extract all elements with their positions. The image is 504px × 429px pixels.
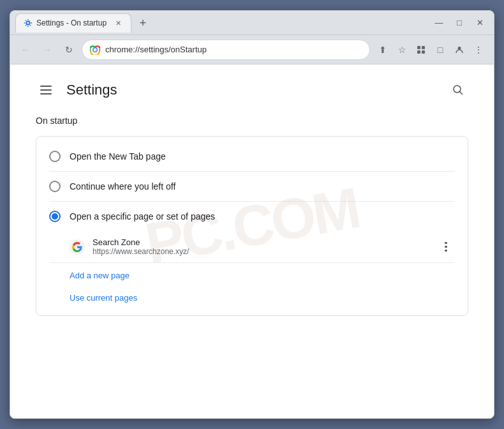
google-g-icon	[72, 242, 82, 252]
share-button[interactable]: ⬆	[374, 41, 392, 59]
page-content: Settings On startup PC.COM	[10, 64, 494, 418]
tab-label: Settings - On startup	[36, 19, 107, 27]
maximize-button[interactable]: □	[450, 14, 468, 32]
search-icon	[452, 84, 464, 96]
tab-close-button[interactable]: ✕	[113, 18, 123, 28]
menu-button[interactable]: ⋮	[470, 41, 487, 59]
new-tab-button[interactable]: +	[134, 15, 152, 33]
title-bar: Settings - On startup ✕ + — □ ✕	[10, 11, 494, 35]
settings-main: Settings On startup PC.COM	[10, 64, 494, 418]
settings-header: Settings	[36, 80, 468, 100]
tabs-area: Settings - On startup ✕ +	[15, 13, 430, 33]
svg-line-9	[460, 92, 463, 95]
svg-rect-3	[417, 46, 420, 49]
extensions-icon	[416, 45, 426, 55]
settings-header-left: Settings	[36, 80, 117, 100]
dot-1	[445, 242, 447, 245]
active-tab[interactable]: Settings - On startup ✕	[15, 13, 131, 33]
page-info: Search Zone https://www.searchzone.xyz/	[93, 237, 429, 256]
refresh-button[interactable]: ↻	[60, 41, 78, 59]
page-url: https://www.searchzone.xyz/	[93, 247, 429, 256]
radio-specific-inner	[52, 213, 58, 220]
page-favicon	[70, 239, 85, 255]
add-new-page-button[interactable]: Add a new page	[70, 266, 455, 285]
option-continue[interactable]: Continue where you left off	[36, 172, 468, 201]
option-new-tab-label: Open the New Tab page	[70, 151, 166, 162]
options-card: PC.COM Open the New Tab page Continue wh…	[36, 136, 468, 316]
svg-rect-6	[422, 50, 425, 54]
settings-layout: Settings On startup PC.COM	[10, 64, 494, 418]
option-specific[interactable]: Open a specific page or set of pages	[36, 202, 468, 231]
svg-point-0	[26, 21, 29, 24]
option-new-tab[interactable]: Open the New Tab page	[36, 142, 468, 171]
use-current-pages-button[interactable]: Use current pages	[70, 288, 455, 308]
dot-2	[445, 246, 447, 248]
address-bar-actions: ⬆ ☆ □ ⋮	[374, 41, 487, 59]
back-button[interactable]: ←	[17, 41, 34, 59]
page-more-button[interactable]	[437, 238, 455, 256]
action-links: Add a new page Use current pages	[36, 263, 468, 310]
address-bar: ← → ↻ chrome://settings/onStartup ⬆ ☆	[10, 35, 494, 64]
hamburger-line-2	[40, 89, 52, 91]
startup-page-entry: Search Zone https://www.searchzone.xyz/	[36, 231, 468, 262]
radio-specific[interactable]	[49, 211, 61, 222]
option-specific-label: Open a specific page or set of pages	[70, 211, 215, 222]
browser-window: Settings - On startup ✕ + — □ ✕ ← → ↻	[10, 10, 494, 419]
page-name: Search Zone	[93, 237, 429, 247]
settings-title: Settings	[66, 82, 117, 98]
url-display: chrome://settings/onStartup	[105, 45, 362, 54]
minimize-button[interactable]: —	[430, 14, 448, 32]
svg-point-8	[454, 86, 461, 93]
hamburger-line-1	[40, 86, 52, 87]
tab-favicon	[24, 19, 33, 27]
svg-rect-4	[422, 46, 425, 49]
radio-continue[interactable]	[49, 181, 61, 192]
url-path: settings/onStartup	[140, 45, 207, 54]
settings-search-button[interactable]	[448, 80, 468, 100]
profile-button[interactable]	[450, 41, 468, 59]
radio-new-tab[interactable]	[49, 151, 61, 162]
dot-3	[445, 250, 447, 252]
extensions-button[interactable]	[412, 41, 430, 59]
forward-button[interactable]: →	[38, 41, 56, 59]
chrome-icon	[90, 45, 100, 55]
url-scheme: chrome://	[105, 45, 140, 54]
hamburger-line-3	[40, 93, 52, 94]
window-controls: — □ ✕	[430, 14, 489, 32]
option-continue-label: Continue where you left off	[70, 181, 175, 192]
section-label: On startup	[36, 116, 468, 126]
close-button[interactable]: ✕	[471, 14, 489, 32]
hamburger-button[interactable]	[36, 80, 56, 100]
split-view-button[interactable]: □	[431, 41, 449, 59]
profile-icon	[454, 45, 464, 55]
svg-rect-5	[417, 50, 420, 54]
url-bar[interactable]: chrome://settings/onStartup	[82, 40, 370, 60]
svg-point-2	[94, 48, 97, 51]
bookmark-button[interactable]: ☆	[393, 41, 411, 59]
